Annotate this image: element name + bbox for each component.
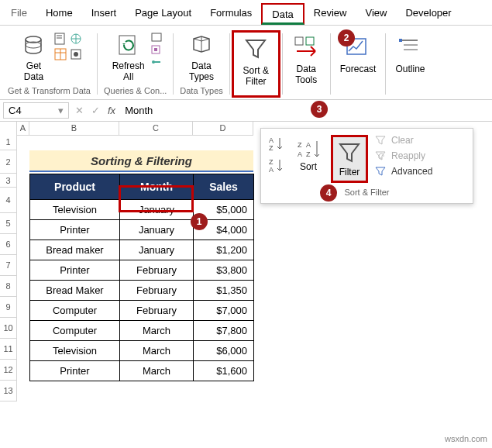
menu-insert[interactable]: Insert bbox=[82, 3, 126, 25]
row-header-12[interactable]: 12 bbox=[0, 360, 17, 381]
row-header-7[interactable]: 7 bbox=[0, 255, 17, 276]
table-cell[interactable]: $6,000 bbox=[194, 341, 254, 361]
callout-2: 2 bbox=[338, 29, 355, 47]
table-cell[interactable]: $1,350 bbox=[194, 281, 254, 301]
menu-review[interactable]: Review bbox=[304, 3, 356, 25]
filter-button[interactable]: Filter bbox=[331, 135, 368, 183]
table-cell[interactable]: February bbox=[120, 301, 194, 321]
from-table-icon[interactable] bbox=[54, 48, 67, 60]
data-types-label: Data Types bbox=[189, 60, 214, 83]
table-cell[interactable]: March bbox=[120, 341, 194, 361]
edit-links-icon[interactable] bbox=[151, 57, 162, 67]
group-sort-filter: Sort & Filter bbox=[232, 30, 280, 98]
table-cell[interactable]: Television bbox=[30, 341, 120, 361]
sort-az-icon[interactable]: AZ bbox=[267, 135, 286, 152]
formula-input[interactable]: Month bbox=[122, 103, 489, 118]
table-cell[interactable]: February bbox=[120, 260, 194, 281]
sort-dialog-button[interactable]: ZAAZ Sort bbox=[292, 135, 325, 175]
col-header-d[interactable]: D bbox=[193, 122, 253, 136]
table-cell[interactable]: Computer bbox=[30, 321, 120, 341]
data-tools-button[interactable]: Data Tools bbox=[289, 33, 324, 88]
data-types-button[interactable]: Data Types bbox=[184, 33, 219, 84]
callout-4: 4 bbox=[320, 184, 337, 202]
get-data-button[interactable]: Get Data bbox=[16, 33, 51, 84]
row-header-4[interactable]: 4 bbox=[0, 188, 17, 213]
table-row: Bread MakerFebruary$1,350 bbox=[30, 281, 254, 301]
table-cell[interactable]: January bbox=[120, 200, 194, 220]
queries-connections-icon[interactable] bbox=[151, 33, 162, 42]
data-types-icon bbox=[189, 34, 214, 59]
svg-point-10 bbox=[74, 52, 78, 57]
table-cell[interactable]: $3,800 bbox=[194, 260, 254, 281]
header-month[interactable]: Month bbox=[120, 174, 194, 200]
col-header-c[interactable]: C bbox=[119, 122, 193, 136]
table-cell[interactable]: March bbox=[120, 321, 194, 341]
col-header-a[interactable]: A bbox=[17, 122, 29, 136]
filter-funnel-icon bbox=[336, 140, 363, 167]
name-box-chevron-icon: ▾ bbox=[58, 105, 64, 116]
popup-group-label: Sort & Filter bbox=[267, 188, 466, 197]
sort-filter-button[interactable]: Sort & Filter bbox=[239, 34, 274, 89]
name-box[interactable]: C4 ▾ bbox=[3, 102, 69, 119]
menu-data[interactable]: Data bbox=[261, 3, 304, 25]
table-cell[interactable]: Printer bbox=[30, 361, 120, 381]
menu-file[interactable]: File bbox=[2, 3, 36, 25]
callout-3: 3 bbox=[311, 101, 328, 118]
cancel-icon: ✕ bbox=[75, 105, 84, 116]
get-data-label: Get Data bbox=[24, 60, 43, 83]
from-text-icon[interactable] bbox=[54, 33, 67, 45]
menu-developer[interactable]: Developer bbox=[396, 3, 460, 25]
menu-view[interactable]: View bbox=[356, 3, 396, 25]
forecast-label: Forecast bbox=[340, 64, 377, 74]
advanced-filter[interactable]: Advanced bbox=[374, 166, 432, 177]
worksheet-title[interactable]: Sorting & Filtering bbox=[29, 150, 253, 172]
row-header-11[interactable]: 11 bbox=[0, 339, 17, 360]
row-header-10[interactable]: 10 bbox=[0, 318, 17, 339]
row-header-6[interactable]: 6 bbox=[0, 234, 17, 255]
row-header-2[interactable]: 2 bbox=[0, 150, 17, 174]
table-cell[interactable]: Bread Maker bbox=[30, 281, 120, 301]
menu-home[interactable]: Home bbox=[36, 3, 82, 25]
data-tools-label: Data Tools bbox=[295, 64, 317, 86]
svg-point-15 bbox=[152, 60, 155, 64]
row-header-8[interactable]: 8 bbox=[0, 276, 17, 297]
row-header-1[interactable]: 1 bbox=[0, 134, 17, 150]
sort-za-icon[interactable]: ZA bbox=[267, 157, 286, 174]
row-header-13[interactable]: 13 bbox=[0, 381, 17, 401]
table-cell[interactable]: $1,600 bbox=[194, 361, 254, 381]
menu-page-layout[interactable]: Page Layout bbox=[126, 3, 201, 25]
svg-rect-25 bbox=[399, 39, 402, 42]
outline-button[interactable]: Outline bbox=[392, 33, 428, 76]
col-header-b[interactable]: B bbox=[29, 122, 119, 136]
table-cell[interactable]: Computer bbox=[30, 301, 120, 321]
properties-icon[interactable] bbox=[151, 45, 162, 54]
table-cell[interactable]: Bread maker bbox=[30, 240, 120, 260]
table-cell[interactable]: January bbox=[120, 220, 194, 240]
svg-text:Z: Z bbox=[298, 141, 302, 149]
row-headers: 1 2 3 4 5 6 7 8 9 10 11 12 13 bbox=[0, 134, 17, 401]
table-cell[interactable]: $7,800 bbox=[194, 321, 254, 341]
sort-filter-popup: AZ ZA ZAAZ Sort Filter Clear Reapply bbox=[260, 128, 473, 204]
refresh-icon bbox=[118, 34, 139, 59]
table-cell[interactable]: $7,000 bbox=[194, 301, 254, 321]
table-cell[interactable]: January bbox=[120, 240, 194, 260]
table-cell[interactable]: Television bbox=[30, 200, 120, 220]
table-header-row: Product Month Sales bbox=[30, 174, 254, 200]
row-header-3[interactable]: 3 bbox=[0, 174, 17, 188]
menu-formulas[interactable]: Formulas bbox=[201, 3, 261, 25]
table-cell[interactable]: $1,200 bbox=[194, 240, 254, 260]
refresh-all-button[interactable]: Refresh All bbox=[109, 33, 148, 84]
header-sales[interactable]: Sales bbox=[194, 174, 254, 200]
row-header-5[interactable]: 5 bbox=[0, 213, 17, 234]
recent-sources-icon[interactable] bbox=[70, 48, 82, 60]
table-cell[interactable]: Printer bbox=[30, 260, 120, 281]
table-cell[interactable]: Printer bbox=[30, 220, 120, 240]
filter-options: Clear Reapply Advanced bbox=[374, 135, 432, 177]
header-product[interactable]: Product bbox=[30, 174, 120, 200]
svg-text:Z: Z bbox=[269, 144, 274, 152]
table-cell[interactable]: February bbox=[120, 281, 194, 301]
table-cell[interactable]: March bbox=[120, 361, 194, 381]
row-header-9[interactable]: 9 bbox=[0, 297, 17, 318]
from-web-icon[interactable] bbox=[70, 33, 82, 45]
fx-icon[interactable]: fx bbox=[108, 105, 115, 116]
